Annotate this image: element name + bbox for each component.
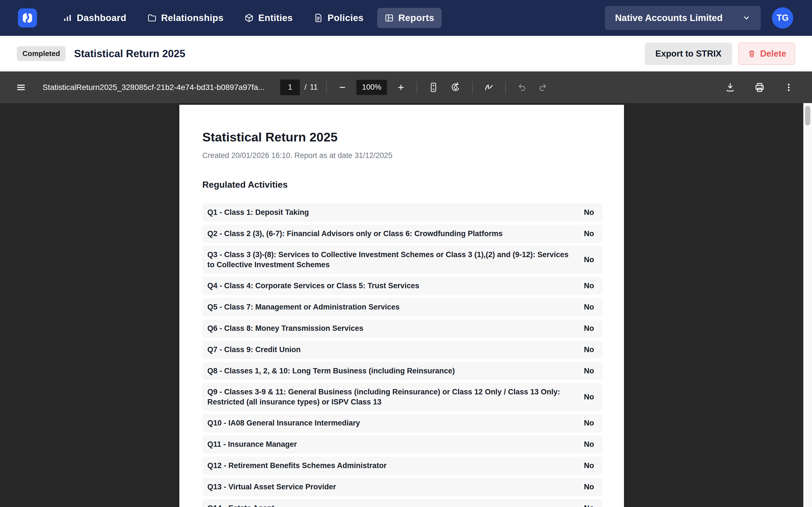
print-button[interactable] <box>752 79 768 96</box>
page-title: Statistical Return 2025 <box>74 48 185 60</box>
pdf-filename: StatisticalReturn2025_328085cf-21b2-4e74… <box>43 83 265 92</box>
avatar[interactable]: TG <box>772 7 793 29</box>
nav-item-label: Policies <box>328 13 364 23</box>
zoom-level[interactable]: 100% <box>357 80 387 95</box>
company-selector[interactable]: Native Accounts Limited <box>605 6 761 30</box>
fit-page-icon <box>428 82 439 93</box>
page-header: Completed Statistical Return 2025 Export… <box>0 36 812 71</box>
annotate-button[interactable] <box>481 79 497 95</box>
brand-logo[interactable] <box>18 8 37 27</box>
zoom-in-button[interactable] <box>394 80 408 95</box>
question-label: Q10 - IA08 General Insurance Intermediar… <box>207 418 572 428</box>
nav-item-entities[interactable]: Entities <box>237 8 300 28</box>
answer-value: No <box>584 393 594 401</box>
total-pages: 11 <box>310 83 318 92</box>
rotate-button[interactable] <box>447 79 464 96</box>
page-count: / 11 <box>304 83 318 92</box>
document-title: Statistical Return 2025 <box>202 130 602 145</box>
document-icon <box>314 13 323 23</box>
nav-item-label: Reports <box>398 13 434 23</box>
answer-value: No <box>584 461 594 470</box>
toolbar-right-actions <box>722 79 796 96</box>
download-icon <box>724 82 736 93</box>
table-row: Q13 - Virtual Asset Service Provider No <box>202 478 602 496</box>
redo-button[interactable] <box>535 80 551 95</box>
view-tools <box>426 79 464 96</box>
question-label: Q7 - Class 9: Credit Union <box>207 344 572 355</box>
download-button[interactable] <box>722 79 738 95</box>
export-to-strix-button[interactable]: Export to STRIX <box>645 43 732 65</box>
question-label: Q14 - Estate Agent <box>207 503 572 507</box>
pdf-viewer: Statistical Return 2025 Created 20/01/20… <box>0 103 812 507</box>
answer-value: No <box>584 483 594 491</box>
answer-value: No <box>584 440 594 449</box>
trash-icon <box>747 49 756 58</box>
answer-value: No <box>584 324 594 333</box>
nav-items: Dashboard Relationships Entities Policie… <box>55 8 442 28</box>
table-row: Q10 - IA08 General Insurance Intermediar… <box>202 414 602 432</box>
table-row: Q2 - Class 2 (3), (6-7): Financial Advis… <box>202 225 602 243</box>
scrollbar-thumb[interactable] <box>805 106 810 125</box>
table-row: Q3 - Class 3 (3)-(8): Services to Collec… <box>202 246 602 274</box>
redo-icon <box>538 82 548 93</box>
question-label: Q4 - Class 4: Corporate Services or Clas… <box>207 281 572 291</box>
table-row: Q1 - Class 1: Deposit Taking No <box>202 203 602 222</box>
header-actions: Export to STRIX Delete <box>645 43 795 65</box>
rotate-icon <box>450 81 462 93</box>
undo-icon <box>517 82 527 93</box>
question-label: Q8 - Classes 1, 2, & 10: Long Term Busin… <box>207 366 572 376</box>
company-selector-value: Native Accounts Limited <box>615 13 723 23</box>
table-row: Q4 - Class 4: Corporate Services or Clas… <box>202 277 602 295</box>
answer-value: No <box>584 208 594 217</box>
table-row: Q6 - Class 8: Money Transmission Service… <box>202 319 602 338</box>
status-badge: Completed <box>17 46 65 61</box>
section-heading: Regulated Activities <box>202 179 602 190</box>
delete-button[interactable]: Delete <box>738 43 795 65</box>
delete-button-label: Delete <box>760 49 786 59</box>
avatar-initials: TG <box>776 13 789 23</box>
question-label: Q11 - Insurance Manager <box>207 439 572 449</box>
toolbar-divider <box>326 81 327 94</box>
annotate-icon <box>483 82 494 93</box>
more-vertical-icon <box>783 82 794 93</box>
pdf-page: Statistical Return 2025 Created 20/01/20… <box>179 105 624 507</box>
nav-item-label: Relationships <box>161 13 224 23</box>
table-row: Q14 - Estate Agent No <box>202 499 602 507</box>
fit-to-page-button[interactable] <box>426 79 441 95</box>
answer-value: No <box>584 367 594 375</box>
nav-item-dashboard[interactable]: Dashboard <box>55 8 133 28</box>
folder-icon <box>147 13 157 23</box>
scrollbar-track[interactable] <box>803 103 812 507</box>
undo-button[interactable] <box>514 80 529 95</box>
answer-value: No <box>584 282 594 290</box>
nav-item-label: Entities <box>258 13 293 23</box>
table-row: Q8 - Classes 1, 2, & 10: Long Term Busin… <box>202 362 602 380</box>
nav-item-reports[interactable]: Reports <box>377 8 442 28</box>
history-tools <box>514 80 551 95</box>
table-row: Q9 - Classes 3-9 & 11: General Business … <box>202 383 602 411</box>
table-row: Q11 - Insurance Manager No <box>202 435 602 453</box>
nav-item-policies[interactable]: Policies <box>306 8 371 28</box>
question-label: Q12 - Retirement Benefits Schemes Admini… <box>207 460 572 470</box>
menu-icon[interactable] <box>16 82 26 93</box>
question-label: Q1 - Class 1: Deposit Taking <box>207 207 572 217</box>
zoom-out-button[interactable] <box>335 80 350 95</box>
question-label: Q5 - Class 7: Management or Administrati… <box>207 302 572 312</box>
question-list: Q1 - Class 1: Deposit Taking No Q2 - Cla… <box>202 203 602 507</box>
answer-value: No <box>584 419 594 428</box>
table-row: Q7 - Class 9: Credit Union No <box>202 341 602 359</box>
print-icon <box>754 81 765 93</box>
minus-icon <box>337 82 347 93</box>
page-number-input[interactable] <box>280 79 300 95</box>
answer-value: No <box>584 504 594 507</box>
more-options-button[interactable] <box>781 80 796 95</box>
table-row: Q12 - Retirement Benefits Schemes Admini… <box>202 457 602 475</box>
nav-item-relationships[interactable]: Relationships <box>140 8 231 28</box>
question-label: Q2 - Class 2 (3), (6-7): Financial Advis… <box>207 229 572 239</box>
logo-icon <box>21 12 34 24</box>
toolbar-divider <box>505 81 506 94</box>
toolbar-divider <box>417 81 417 94</box>
question-label: Q6 - Class 8: Money Transmission Service… <box>207 323 572 333</box>
answer-value: No <box>584 229 594 238</box>
table-row: Q5 - Class 7: Management or Administrati… <box>202 298 602 316</box>
